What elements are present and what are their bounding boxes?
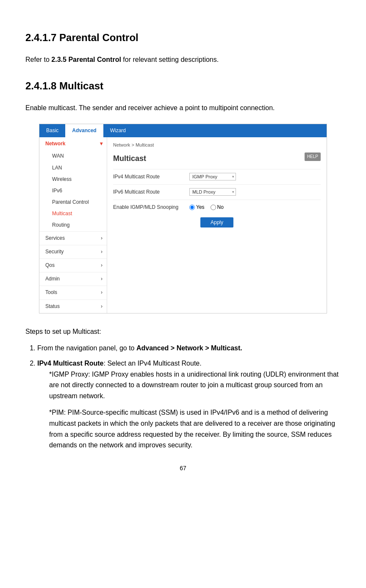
- sidebar-services[interactable]: Services ›: [39, 231, 107, 245]
- radio-yes[interactable]: [189, 205, 195, 210]
- ipv4-row: IPv4 Multicast Route IGMP Proxy: [113, 169, 321, 181]
- section-1-title: 2.4.1.7 Parental Control: [25, 30, 341, 46]
- radio-yes-label[interactable]: Yes: [189, 203, 205, 211]
- router-body: Network ▾ WAN LAN Wireless IPv6 Parental…: [39, 137, 327, 313]
- chevron-right-icon-2: ›: [101, 248, 103, 256]
- breadcrumb: Network > Multicast: [113, 141, 321, 149]
- sidebar-qos[interactable]: Qos ›: [39, 258, 107, 272]
- tab-basic[interactable]: Basic: [39, 124, 65, 137]
- sidebar-sub-lan[interactable]: LAN: [48, 162, 107, 174]
- tab-wizard[interactable]: Wizard: [103, 124, 133, 137]
- sidebar-status-label: Status: [45, 302, 60, 311]
- sidebar-security-label: Security: [45, 248, 64, 256]
- sidebar-sub-routing[interactable]: Routing: [48, 219, 107, 231]
- router-ui-screenshot: Basic Advanced Wizard Network ▾ WAN LAN …: [39, 124, 327, 313]
- sidebar-qos-label: Qos: [45, 261, 55, 269]
- desc-suffix: for relevant setting descriptions.: [121, 56, 219, 63]
- sidebar-admin[interactable]: Admin ›: [39, 272, 107, 286]
- steps-list: From the navigation panel, go to Advance…: [25, 343, 341, 450]
- router-topbar: Basic Advanced Wizard: [39, 124, 327, 137]
- sidebar-sub-parental-control[interactable]: Parental Control: [48, 197, 107, 208]
- tab-advanced[interactable]: Advanced: [65, 124, 103, 137]
- ipv4-control: IGMP Proxy: [189, 173, 236, 181]
- sidebar-network[interactable]: Network ▾: [39, 137, 107, 150]
- desc-bold: 2.3.5 Parental Control: [51, 56, 121, 63]
- steps-intro: Steps to set up Multicast:: [25, 326, 341, 337]
- igmp-desc: *IGMP Proxy: IGMP Proxy enables hosts in…: [49, 369, 341, 402]
- chevron-right-icon-6: ›: [101, 302, 103, 311]
- router-main-content: Network > Multicast HELP Multicast IPv4 …: [107, 137, 327, 313]
- sidebar-sub-wireless[interactable]: Wireless: [48, 174, 107, 185]
- section-2-title: 2.4.1.8 Multicast: [25, 78, 341, 94]
- steps-section: Steps to set up Multicast: From the navi…: [25, 326, 341, 451]
- step1-bold: Advanced > Network > Multicast.: [136, 344, 242, 352]
- chevron-down-icon: ▾: [100, 140, 103, 148]
- sidebar-services-label: Services: [45, 234, 65, 242]
- apply-button[interactable]: Apply: [200, 217, 233, 227]
- ipv4-select[interactable]: IGMP Proxy: [189, 173, 236, 180]
- radio-yes-text: Yes: [196, 203, 205, 211]
- radio-no[interactable]: [211, 205, 216, 210]
- step2-suffix: : Select an IPv4 Multicast Route.: [103, 360, 201, 367]
- help-button[interactable]: HELP: [305, 153, 321, 161]
- snooping-control: Yes No: [189, 203, 224, 211]
- chevron-right-icon-4: ›: [101, 275, 103, 283]
- snooping-label: Enable IGMP/MLD Snooping: [113, 203, 189, 211]
- ipv6-control: MLD Proxy: [189, 188, 236, 196]
- chevron-right-icon-5: ›: [101, 288, 103, 297]
- sidebar-sub-ipv6[interactable]: IPv6: [48, 185, 107, 197]
- step1-prefix: From the navigation panel, go to: [37, 344, 136, 352]
- ipv4-label: IPv4 Multicast Route: [113, 173, 189, 181]
- step-2: IPv4 Multicast Route: Select an IPv4 Mul…: [37, 358, 341, 451]
- pim-desc: *PIM: PIM-Source-specific multicast (SSM…: [49, 407, 341, 450]
- sidebar-security[interactable]: Security ›: [39, 245, 107, 258]
- desc-prefix: Refer to: [25, 56, 51, 63]
- ipv6-row: IPv6 Multicast Route MLD Proxy: [113, 184, 321, 196]
- radio-no-text: No: [217, 203, 224, 211]
- step2-bold: IPv4 Multicast Route: [37, 360, 103, 367]
- chevron-right-icon: ›: [101, 234, 103, 242]
- sidebar-admin-label: Admin: [45, 275, 60, 283]
- sidebar-tools-label: Tools: [45, 288, 57, 297]
- page-heading-row: HELP Multicast: [113, 153, 321, 165]
- router-sidebar: Network ▾ WAN LAN Wireless IPv6 Parental…: [39, 137, 107, 313]
- chevron-right-icon-3: ›: [101, 261, 103, 269]
- ipv6-label: IPv6 Multicast Route: [113, 188, 189, 196]
- sidebar-sub-wan[interactable]: WAN: [48, 150, 107, 162]
- radio-no-label[interactable]: No: [211, 203, 224, 211]
- sidebar-status[interactable]: Status ›: [39, 300, 107, 313]
- page-title: Multicast: [113, 153, 321, 165]
- sidebar-tools[interactable]: Tools ›: [39, 286, 107, 299]
- page-number: 67: [25, 463, 341, 473]
- step-1: From the navigation panel, go to Advance…: [37, 343, 341, 354]
- ipv6-select-wrapper[interactable]: MLD Proxy: [189, 188, 236, 196]
- section-1-desc: Refer to 2.3.5 Parental Control for rele…: [25, 54, 341, 65]
- ipv6-select[interactable]: MLD Proxy: [189, 188, 236, 196]
- sidebar-network-subitems: WAN LAN Wireless IPv6 Parental Control M…: [39, 150, 107, 231]
- sidebar-network-label: Network: [45, 140, 65, 148]
- ipv4-select-wrapper[interactable]: IGMP Proxy: [189, 173, 236, 181]
- sidebar-sub-multicast[interactable]: Multicast: [48, 208, 107, 219]
- section-2-desc: Enable multicast. The sender and receive…: [25, 103, 341, 114]
- snooping-row: Enable IGMP/MLD Snooping Yes No: [113, 200, 321, 211]
